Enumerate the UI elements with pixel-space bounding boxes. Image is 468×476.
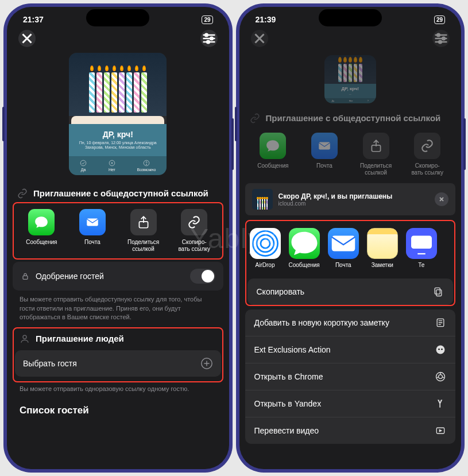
- action-open-yandex[interactable]: Открыть в Yandex: [245, 390, 456, 417]
- invite-people-title: Приглашение людей: [36, 333, 124, 345]
- svg-rect-9: [23, 276, 28, 280]
- action-ext-exclusions[interactable]: Ext Exclusions Action: [245, 336, 456, 363]
- sheet-mail[interactable]: Почта: [328, 228, 359, 268]
- topbar: [245, 26, 456, 53]
- svg-point-13: [442, 37, 445, 40]
- share-link-button[interactable]: Поделиться ссылкой: [350, 133, 402, 176]
- event-title: ДР, крч!: [74, 130, 162, 139]
- share-link-button[interactable]: Поделиться ссылкой: [118, 209, 169, 253]
- sheet-airdrop[interactable]: AirDrop: [250, 228, 281, 268]
- lock-icon: [21, 272, 30, 281]
- share-apps-row: AirDrop Сообщения Почта Заметки Те: [247, 221, 454, 275]
- svg-rect-22: [436, 290, 442, 296]
- svg-point-6: [146, 164, 146, 165]
- screen-right: 21:39 29 ДР, крч!— ДаНет? Пригл: [239, 7, 462, 469]
- link-icon: [250, 113, 260, 123]
- share-thumbnail: [252, 189, 273, 210]
- share-options-row: Сообщения Почта Поделиться ссылкой Скопи…: [13, 202, 223, 260]
- dynamic-island: [319, 9, 382, 26]
- svg-point-26: [438, 349, 440, 350]
- approval-hint: Вы можете отправить общедоступную ссылку…: [13, 293, 223, 327]
- screen-left: 21:37 29 ДР, крч! Пн, 10 февраля, 12:00 …: [7, 7, 229, 469]
- yandex-icon: [435, 398, 446, 409]
- invite-link-header: Приглашение с общедоступной ссылкой: [245, 109, 456, 127]
- note-icon: [435, 317, 446, 328]
- action-quick-note[interactable]: Добавить в новую короткую заметку: [245, 309, 456, 336]
- invite-link-header: Приглашение с общедоступной ссылкой: [13, 184, 223, 203]
- close-button[interactable]: [18, 30, 36, 47]
- candles-image: [69, 53, 167, 116]
- status-right: 29: [428, 16, 445, 24]
- svg-point-12: [437, 34, 440, 37]
- share-mail[interactable]: Почта: [67, 209, 118, 253]
- invite-link-title: Приглашение с общедоступной ссылкой: [33, 188, 208, 199]
- action-translate-video[interactable]: Перевести видео: [245, 417, 456, 444]
- svg-point-3: [80, 160, 86, 166]
- close-button[interactable]: [251, 30, 268, 47]
- select-guest-hint: Вы можете отправить одноразовую ссылку о…: [13, 382, 223, 399]
- sheet-tv[interactable]: Те: [406, 228, 437, 268]
- svg-rect-20: [332, 236, 355, 251]
- battery-icon: 29: [434, 16, 445, 24]
- share-title: Скоро ДР, крч!, и вы приглашены: [279, 192, 430, 200]
- svg-point-14: [439, 41, 442, 44]
- share-sheet-header: Скоро ДР, крч!, и вы приглашены icloud.c…: [245, 183, 456, 215]
- invite-link-title: Приглашение с общедоступной ссылкой: [266, 113, 441, 124]
- person-icon: [20, 334, 30, 344]
- link-icon: [17, 188, 28, 199]
- action-copy[interactable]: Скопировать: [247, 278, 454, 305]
- svg-point-1: [210, 37, 213, 40]
- select-guest-button[interactable]: Выбрать гостя: [15, 350, 221, 377]
- translate-icon: [435, 425, 446, 436]
- guest-approval-row[interactable]: Одобрение гостей: [13, 262, 223, 291]
- copy-link-button[interactable]: Скопиро- вать ссылку: [169, 209, 220, 253]
- svg-rect-7: [87, 219, 98, 226]
- svg-point-29: [439, 375, 443, 379]
- plus-circle-icon: [200, 357, 213, 370]
- share-messages[interactable]: Сообщения: [16, 209, 67, 253]
- svg-rect-21: [411, 236, 432, 249]
- chrome-icon: [435, 371, 446, 382]
- battery-icon: 29: [202, 16, 212, 24]
- share-mail[interactable]: Почта: [299, 133, 350, 176]
- svg-rect-23: [435, 288, 440, 295]
- topbar: [13, 26, 223, 53]
- svg-point-2: [207, 41, 210, 44]
- svg-point-0: [205, 34, 208, 37]
- action-open-chrome[interactable]: Открыть в Chrome: [245, 363, 456, 390]
- svg-rect-15: [319, 142, 330, 150]
- sheet-notes[interactable]: Заметки: [367, 228, 398, 268]
- guest-list-title: Список гостей: [13, 399, 223, 416]
- sheet-messages[interactable]: Сообщения: [289, 228, 320, 268]
- share-messages[interactable]: Сообщения: [247, 133, 299, 176]
- rsvp-bar: Да Нет Возможно: [69, 156, 167, 175]
- svg-point-25: [436, 346, 445, 354]
- event-preview[interactable]: ДР, крч! Пн, 10 февраля, 12:00 улица Але…: [69, 53, 167, 175]
- svg-point-27: [441, 349, 443, 350]
- invite-people-header: Приглашение людей: [15, 330, 221, 348]
- event-preview-small: ДР, крч!— ДаНет?: [324, 55, 376, 103]
- status-right: 29: [196, 16, 212, 24]
- share-subtitle: icloud.com: [279, 200, 430, 207]
- status-time: 21:37: [23, 15, 44, 24]
- status-time: 21:39: [256, 15, 276, 24]
- event-subtitle: Пн, 10 февраля, 12:00 улица Александра З…: [74, 141, 162, 150]
- approval-toggle[interactable]: [190, 269, 215, 284]
- dynamic-island: [86, 9, 149, 26]
- copy-icon: [432, 286, 444, 297]
- svg-point-10: [23, 335, 26, 339]
- approval-label: Одобрение гостей: [36, 272, 104, 281]
- extension-icon: [435, 344, 446, 355]
- share-options-row: Сообщения Почта Поделиться ссылкой Скопи…: [245, 127, 456, 182]
- copy-link-button[interactable]: Скопиро- вать ссылку: [401, 133, 453, 176]
- settings-icon[interactable]: [432, 30, 450, 47]
- close-share-button[interactable]: [435, 192, 448, 206]
- settings-icon[interactable]: [200, 30, 218, 47]
- phone-right: 21:39 29 ДР, крч!— ДаНет? Пригл: [236, 3, 465, 473]
- svg-point-17: [260, 239, 269, 248]
- svg-point-18: [257, 235, 274, 252]
- phone-left: 21:37 29 ДР, крч! Пн, 10 февраля, 12:00 …: [3, 3, 233, 473]
